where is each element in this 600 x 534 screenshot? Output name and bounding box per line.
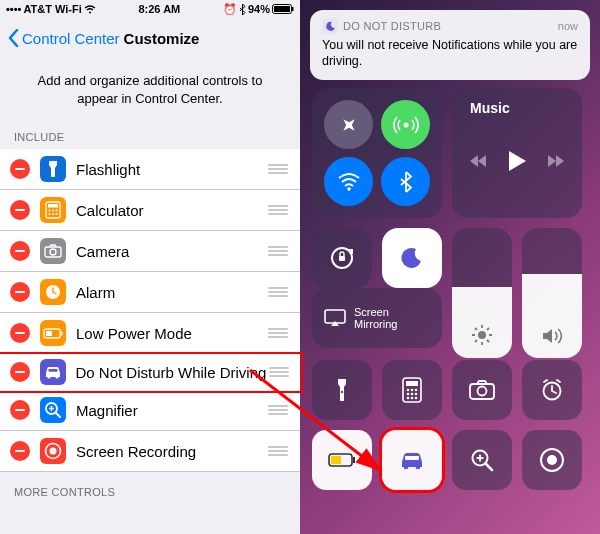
svg-line-22 xyxy=(56,413,60,417)
svg-line-38 xyxy=(475,340,477,342)
svg-point-31 xyxy=(478,331,486,339)
list-item[interactable]: Calculator xyxy=(0,190,300,231)
remove-button[interactable] xyxy=(10,200,30,220)
speaker-icon xyxy=(541,326,563,346)
remove-button[interactable] xyxy=(10,323,30,343)
flashlight-icon xyxy=(40,156,66,182)
item-label: Magnifier xyxy=(76,402,268,419)
prev-track-button[interactable] xyxy=(468,153,488,169)
drag-handle[interactable] xyxy=(268,446,288,456)
svg-point-8 xyxy=(56,210,58,212)
orientation-lock-button[interactable] xyxy=(312,228,372,288)
remove-button[interactable] xyxy=(10,241,30,261)
control-center-pane: DO NOT DISTURB now You will not receive … xyxy=(300,0,600,534)
sun-icon xyxy=(471,324,493,346)
magnifier-tile[interactable] xyxy=(452,430,512,490)
svg-point-50 xyxy=(407,397,410,400)
remove-button[interactable] xyxy=(10,362,30,382)
alarm-icon: ⏰ xyxy=(223,3,237,16)
settings-pane: •••• AT&T Wi-Fi 8:26 AM ⏰ 94% Control Ce… xyxy=(0,0,300,534)
svg-rect-30 xyxy=(339,256,345,261)
remove-button[interactable] xyxy=(10,441,30,461)
dnd-button[interactable] xyxy=(382,228,442,288)
item-label: Camera xyxy=(76,243,268,260)
list-item[interactable]: Alarm xyxy=(0,272,300,313)
next-track-button[interactable] xyxy=(546,153,566,169)
remove-button[interactable] xyxy=(10,159,30,179)
svg-point-52 xyxy=(415,397,418,400)
list-item[interactable]: Do Not Disturb While Driving xyxy=(0,352,303,393)
svg-point-41 xyxy=(341,391,343,393)
flashlight-tile[interactable] xyxy=(312,360,372,420)
svg-point-48 xyxy=(411,393,414,396)
volume-slider[interactable] xyxy=(522,228,582,358)
svg-point-45 xyxy=(411,389,414,392)
calculator-tile[interactable] xyxy=(382,360,442,420)
dnd-driving-tile[interactable] xyxy=(382,430,442,490)
notification-body: You will not receive Notifications while… xyxy=(322,37,578,70)
svg-rect-58 xyxy=(353,457,355,463)
list-item[interactable]: Screen Recording xyxy=(0,431,300,472)
drag-handle[interactable] xyxy=(268,405,288,415)
play-button[interactable] xyxy=(506,149,528,173)
wifi-toggle[interactable] xyxy=(324,157,373,206)
svg-point-10 xyxy=(52,213,54,215)
item-label: Low Power Mode xyxy=(76,325,268,342)
media-panel[interactable]: Music xyxy=(452,88,582,218)
svg-point-59 xyxy=(404,465,409,470)
item-label: Flashlight xyxy=(76,161,268,178)
svg-point-7 xyxy=(52,210,54,212)
svg-rect-43 xyxy=(406,381,418,386)
screen-record-tile[interactable] xyxy=(522,430,582,490)
svg-point-13 xyxy=(50,249,56,255)
back-button[interactable]: Control Center xyxy=(8,29,120,47)
list-item[interactable]: Camera xyxy=(0,231,300,272)
svg-point-27 xyxy=(403,122,408,127)
camera-tile[interactable] xyxy=(452,360,512,420)
alarm-tile[interactable] xyxy=(522,360,582,420)
screen-mirroring-button[interactable]: Screen Mirroring xyxy=(312,288,442,348)
svg-rect-2 xyxy=(274,6,290,12)
svg-line-63 xyxy=(486,464,492,470)
list-item[interactable]: Flashlight xyxy=(0,149,300,190)
notification-title: DO NOT DISTURB xyxy=(343,20,558,32)
list-item[interactable]: Magnifier xyxy=(0,390,300,431)
airplane-toggle[interactable] xyxy=(324,100,373,149)
notification-banner[interactable]: DO NOT DISTURB now You will not receive … xyxy=(310,10,590,80)
remove-button[interactable] xyxy=(10,400,30,420)
clock-icon xyxy=(40,279,66,305)
section-more-header: MORE CONTROLS xyxy=(0,472,300,504)
camera-icon xyxy=(40,238,66,264)
remove-button[interactable] xyxy=(10,282,30,302)
car-icon xyxy=(40,359,66,385)
svg-rect-17 xyxy=(46,331,52,336)
svg-point-60 xyxy=(416,465,421,470)
drag-handle[interactable] xyxy=(268,328,288,338)
cellular-toggle[interactable] xyxy=(381,100,430,149)
bluetooth-toggle[interactable] xyxy=(381,157,430,206)
svg-line-36 xyxy=(475,328,477,330)
drag-handle[interactable] xyxy=(268,246,288,256)
record-icon xyxy=(40,438,66,464)
drag-handle[interactable] xyxy=(269,367,289,377)
svg-point-67 xyxy=(547,455,557,465)
drag-handle[interactable] xyxy=(268,205,288,215)
brightness-slider[interactable] xyxy=(452,228,512,358)
nav-bar: Control Center Customize xyxy=(0,18,300,58)
item-label: Calculator xyxy=(76,202,268,219)
drag-handle[interactable] xyxy=(268,164,288,174)
list-item[interactable]: Low Power Mode xyxy=(0,313,300,354)
svg-point-28 xyxy=(347,187,351,191)
svg-point-47 xyxy=(407,393,410,396)
low-power-tile[interactable] xyxy=(312,430,372,490)
time-label: 8:26 AM xyxy=(138,3,180,15)
drag-handle[interactable] xyxy=(268,287,288,297)
airplay-icon xyxy=(324,309,346,327)
svg-rect-3 xyxy=(292,7,294,11)
nav-title: Customize xyxy=(124,30,200,47)
moon-icon xyxy=(322,18,338,34)
connectivity-panel[interactable] xyxy=(312,88,442,218)
notification-time: now xyxy=(558,20,578,32)
screen-mirroring-label: Screen Mirroring xyxy=(354,306,397,330)
description-text: Add and organize additional controls to … xyxy=(0,58,300,127)
